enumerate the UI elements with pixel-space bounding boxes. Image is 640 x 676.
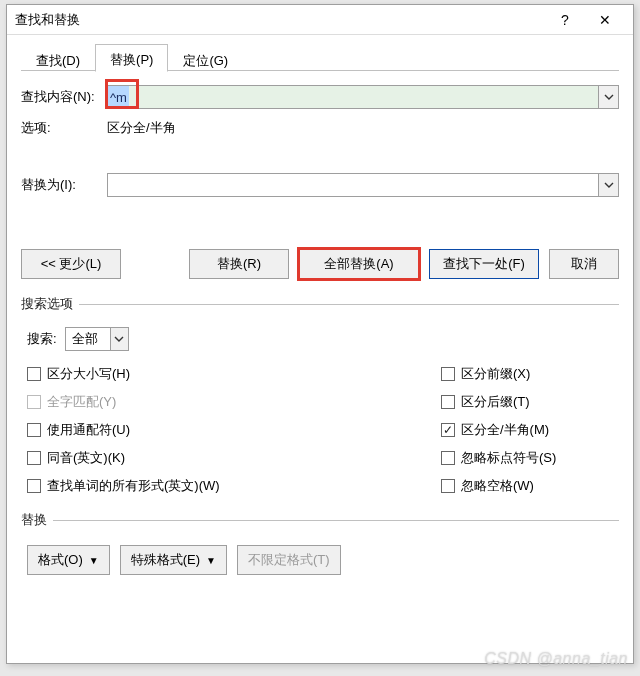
checkbox-column-left: 区分大小写(H)全字匹配(Y)使用通配符(U)同音(英文)(K)查找单词的所有形… bbox=[21, 365, 441, 495]
caret-down-icon: ▼ bbox=[206, 555, 216, 566]
checkbox-option[interactable]: 同音(英文)(K) bbox=[27, 449, 441, 467]
chevron-down-icon bbox=[604, 92, 614, 102]
find-replace-dialog: 查找和替换 ? ✕ 查找(D) 替换(P) 定位(G) 查找内容(N): ^m bbox=[6, 4, 634, 664]
checkbox-label: 查找单词的所有形式(英文)(W) bbox=[47, 477, 220, 495]
checkbox-label: 区分前缀(X) bbox=[461, 365, 530, 383]
caret-down-icon: ▼ bbox=[89, 555, 99, 566]
checkbox-columns: 区分大小写(H)全字匹配(Y)使用通配符(U)同音(英文)(K)查找单词的所有形… bbox=[21, 365, 619, 495]
checkbox-option[interactable]: 查找单词的所有形式(英文)(W) bbox=[27, 477, 441, 495]
no-format-button[interactable]: 不限定格式(T) bbox=[237, 545, 341, 575]
search-scope-row: 搜索: 全部 bbox=[27, 327, 619, 351]
search-scope-value: 全部 bbox=[66, 328, 110, 350]
checkbox-label: 忽略空格(W) bbox=[461, 477, 534, 495]
replace-format-group: 替换 格式(O)▼ 特殊格式(E)▼ 不限定格式(T) bbox=[21, 511, 619, 575]
checkbox-option[interactable]: 区分大小写(H) bbox=[27, 365, 441, 383]
less-button[interactable]: << 更少(L) bbox=[21, 249, 121, 279]
replace-button[interactable]: 替换(R) bbox=[189, 249, 289, 279]
find-value[interactable]: ^m bbox=[108, 86, 129, 108]
find-row: 查找内容(N): ^m bbox=[21, 85, 619, 109]
tab-goto[interactable]: 定位(G) bbox=[168, 44, 243, 72]
close-button[interactable]: ✕ bbox=[585, 12, 625, 28]
replace-combo[interactable] bbox=[107, 173, 619, 197]
checkbox-box bbox=[27, 367, 41, 381]
checkbox-label: 区分后缀(T) bbox=[461, 393, 530, 411]
replace-input[interactable] bbox=[108, 174, 598, 196]
checkbox-box bbox=[27, 451, 41, 465]
checkbox-option[interactable]: 忽略标点符号(S) bbox=[441, 449, 556, 467]
dialog-title: 查找和替换 bbox=[15, 11, 545, 29]
titlebar: 查找和替换 ? ✕ bbox=[7, 5, 633, 35]
checkbox-box bbox=[441, 451, 455, 465]
checkbox-label: 区分全/半角(M) bbox=[461, 421, 549, 439]
options-line: 选项: 区分全/半角 bbox=[21, 119, 619, 137]
checkbox-label: 使用通配符(U) bbox=[47, 421, 130, 439]
chevron-down-icon bbox=[604, 180, 614, 190]
tab-replace[interactable]: 替换(P) bbox=[95, 44, 168, 72]
format-button-row: 格式(O)▼ 特殊格式(E)▼ 不限定格式(T) bbox=[27, 545, 619, 575]
checkbox-option[interactable]: 使用通配符(U) bbox=[27, 421, 441, 439]
checkbox-label: 同音(英文)(K) bbox=[47, 449, 125, 467]
checkbox-box bbox=[441, 395, 455, 409]
search-label: 搜索: bbox=[27, 330, 57, 348]
checkbox-column-right: 区分前缀(X)区分后缀(T)区分全/半角(M)忽略标点符号(S)忽略空格(W) bbox=[441, 365, 556, 495]
checkbox-box bbox=[441, 479, 455, 493]
checkbox-box bbox=[27, 479, 41, 493]
dialog-content: 查找(D) 替换(P) 定位(G) 查找内容(N): ^m 选项: 区分全/半角 bbox=[7, 35, 633, 663]
checkbox-box bbox=[441, 367, 455, 381]
checkbox-box bbox=[441, 423, 455, 437]
cancel-button[interactable]: 取消 bbox=[549, 249, 619, 279]
search-scope-combo[interactable]: 全部 bbox=[65, 327, 129, 351]
options-label: 选项: bbox=[21, 119, 107, 137]
replace-label: 替换为(I): bbox=[21, 176, 107, 194]
replace-dropdown-button[interactable] bbox=[598, 174, 618, 196]
search-scope-dropdown-button[interactable] bbox=[110, 328, 128, 350]
checkbox-option[interactable]: 区分全/半角(M) bbox=[441, 421, 556, 439]
search-options-legend: 搜索选项 bbox=[21, 295, 79, 313]
replace-row: 替换为(I): bbox=[21, 173, 619, 197]
find-combo[interactable]: ^m bbox=[107, 85, 619, 109]
format-button[interactable]: 格式(O)▼ bbox=[27, 545, 110, 575]
tabs: 查找(D) 替换(P) 定位(G) bbox=[21, 43, 619, 71]
checkbox-option[interactable]: 忽略空格(W) bbox=[441, 477, 556, 495]
button-row: << 更少(L) 替换(R) 全部替换(A) 查找下一处(F) 取消 bbox=[21, 249, 619, 279]
checkbox-option[interactable]: 区分后缀(T) bbox=[441, 393, 556, 411]
checkbox-label: 区分大小写(H) bbox=[47, 365, 130, 383]
checkbox-box bbox=[27, 423, 41, 437]
checkbox-option: 全字匹配(Y) bbox=[27, 393, 441, 411]
checkbox-label: 全字匹配(Y) bbox=[47, 393, 116, 411]
chevron-down-icon bbox=[114, 334, 124, 344]
checkbox-label: 忽略标点符号(S) bbox=[461, 449, 556, 467]
checkbox-box bbox=[27, 395, 41, 409]
options-value: 区分全/半角 bbox=[107, 119, 176, 137]
tab-find[interactable]: 查找(D) bbox=[21, 44, 95, 72]
checkbox-option[interactable]: 区分前缀(X) bbox=[441, 365, 556, 383]
find-dropdown-button[interactable] bbox=[598, 86, 618, 108]
special-format-button[interactable]: 特殊格式(E)▼ bbox=[120, 545, 227, 575]
find-label: 查找内容(N): bbox=[21, 88, 107, 106]
find-input[interactable] bbox=[129, 86, 598, 108]
help-button[interactable]: ? bbox=[545, 12, 585, 28]
find-next-button[interactable]: 查找下一处(F) bbox=[429, 249, 539, 279]
search-options-group: 搜索选项 搜索: 全部 区分大小写(H)全字匹配(Y)使用通配符(U)同音(英文… bbox=[21, 295, 619, 495]
replace-format-legend: 替换 bbox=[21, 511, 53, 529]
replace-all-button[interactable]: 全部替换(A) bbox=[299, 249, 419, 279]
